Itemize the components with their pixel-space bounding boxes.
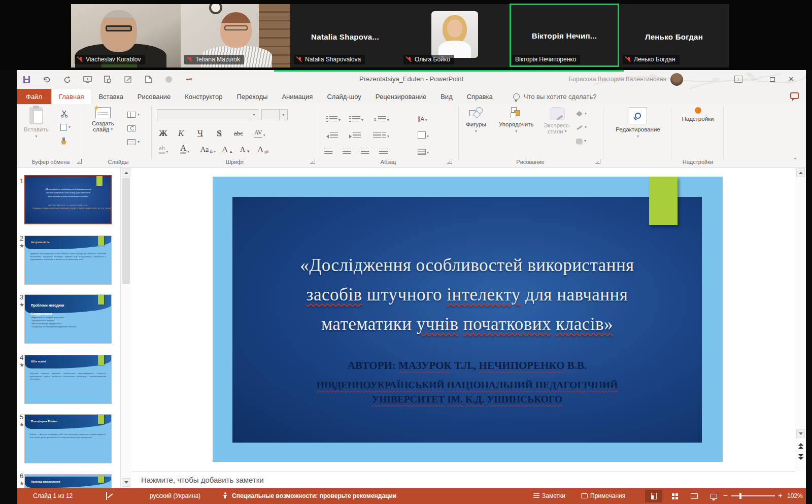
copy-button[interactable]: ▾ [60, 123, 71, 132]
minimize-icon[interactable]: — [749, 74, 760, 84]
zoom-level[interactable]: 102% [787, 492, 803, 499]
clipboard-dialog-launcher-icon[interactable] [77, 159, 82, 164]
text-shadow-button[interactable]: S [217, 125, 221, 138]
chevron-down-icon[interactable]: ▾ [250, 110, 258, 120]
new-slide-button[interactable]: Создать слайд ▾ [92, 107, 114, 132]
participant-tile-natalia[interactable]: Natalia Shapova... Natalia Shapovalova [290, 4, 400, 68]
shapes-button[interactable]: Фигуры ▾ [466, 107, 486, 133]
slide-authors[interactable]: АВТОРИ: МАЗУРОК Т.Л., НЕЧИПОРЕНКО В.В. П… [232, 359, 702, 407]
text-highlight-button[interactable]: ab ▾ [159, 142, 168, 154]
account-avatar[interactable] [670, 73, 683, 86]
paragraph-dialog-launcher-icon[interactable] [447, 159, 452, 164]
underline-button[interactable]: Ч [197, 125, 203, 138]
collapse-ribbon-icon[interactable]: ⌃ [793, 157, 798, 164]
scroll-up-icon[interactable] [122, 169, 130, 177]
font-dialog-launcher-icon[interactable] [310, 159, 315, 164]
slide-thumbnail-5[interactable]: Платформа Eduten Eduten — фінська платфо… [24, 414, 112, 463]
scroll-up-icon[interactable] [796, 169, 805, 177]
slide-thumbnail-1[interactable]: «Дослідження особливостей використання з… [24, 175, 112, 224]
sticky-note[interactable] [649, 177, 678, 225]
scroll-down-icon[interactable] [122, 478, 130, 487]
shape-effects-button[interactable]: ▾ [576, 137, 587, 146]
line-spacing-button[interactable]: ⇕▾ [373, 110, 389, 122]
tab-animations[interactable]: Анимация [275, 89, 320, 104]
tell-me-search[interactable]: Что вы хотите сделать? [513, 89, 597, 104]
font-name-combobox[interactable]: ▾ [157, 109, 258, 120]
decrease-font-size-button[interactable]: А▼ [240, 142, 250, 154]
arrange-button[interactable]: Упорядочить ▾ [499, 107, 533, 133]
zoom-slider-handle[interactable] [739, 493, 741, 499]
numbering-button[interactable]: ▾ [349, 110, 363, 122]
participant-tile-viacheslav[interactable]: Viacheslav Korablov [71, 4, 181, 68]
addins-button[interactable]: Надстройки [678, 107, 718, 122]
tab-insert[interactable]: Вставка [91, 89, 130, 104]
zoom-in-icon[interactable]: + [778, 491, 783, 499]
change-case-button[interactable]: Aaa ▾ [200, 142, 216, 154]
account-name[interactable]: Борисова Виктория Валентиновна [569, 76, 666, 83]
tab-view[interactable]: Вид [433, 89, 460, 104]
convert-smartart-button[interactable]: ▾ [418, 143, 429, 155]
main-scrollbar[interactable] [795, 167, 806, 471]
slide-thumbnail-2[interactable]: Актуальність Цифрова трансформація освіт… [24, 236, 112, 285]
slide-thumbnail-6[interactable]: Приклад використання [24, 474, 112, 488]
section-button[interactable]: ▾ [127, 138, 140, 147]
zoom-slider-track[interactable] [731, 495, 775, 496]
accessibility-status[interactable]: Специальные возможности: проверьте реком… [232, 492, 396, 499]
drawing-dialog-launcher-icon[interactable] [595, 159, 600, 164]
columns-button[interactable]: ▾ [373, 126, 389, 139]
comments-toggle[interactable]: Примечания [581, 492, 625, 499]
slide-title[interactable]: «Дослідження особливостей використання з… [232, 251, 702, 339]
tab-home[interactable]: Главная [51, 89, 91, 104]
participant-tile-olga[interactable]: Ольга Бойко [400, 4, 510, 68]
participant-tile-lenko[interactable]: Ленько Богдан Ленько Богдан [619, 4, 729, 68]
slide-layout-button[interactable]: ▾ [127, 110, 140, 119]
font-size-combobox[interactable]: ▾ [261, 109, 288, 120]
shape-fill-button[interactable]: ▾ [576, 109, 587, 118]
tab-file[interactable]: Файл [17, 89, 51, 104]
tab-draw[interactable]: Рисование [130, 89, 178, 104]
align-center-button[interactable] [343, 143, 351, 155]
shape-outline-button[interactable]: ▾ [576, 123, 587, 132]
tab-slideshow[interactable]: Слайд-шоу [320, 89, 368, 104]
scroll-down-icon[interactable] [796, 429, 805, 438]
notes-status-icon[interactable] [106, 492, 107, 499]
notes-pane[interactable]: Нажмите, чтобы добавить заметки [132, 471, 795, 488]
language-status[interactable]: русский (Украина) [150, 492, 200, 499]
cut-button[interactable] [60, 109, 71, 118]
quick-styles-button[interactable]: Экспресс- стили ▾ [544, 107, 571, 135]
decrease-indent-button[interactable] [326, 126, 338, 139]
notes-toggle[interactable]: Заметки [533, 492, 565, 499]
align-right-button[interactable] [361, 143, 369, 155]
justify-button[interactable] [379, 143, 388, 155]
align-text-button[interactable]: ▾ [418, 126, 429, 139]
tab-review[interactable]: Рецензирование [368, 89, 433, 104]
view-slideshow-button[interactable] [705, 490, 722, 502]
view-slide-sorter-button[interactable] [666, 490, 684, 502]
notes-placeholder[interactable]: Нажмите, чтобы добавить заметки [141, 476, 264, 484]
next-slide-icon[interactable] [797, 453, 805, 461]
ribbon-display-options-icon[interactable]: ↑ [734, 76, 742, 83]
increase-font-size-button[interactable]: А▲ [222, 142, 233, 154]
participant-tile-viktoriia-active-speaker[interactable]: Вікторія Нечип... Вікторія Нечипоренко [510, 4, 619, 67]
font-color-button[interactable]: А ▾ [180, 142, 189, 154]
clear-formatting-button[interactable]: А [257, 142, 269, 154]
editing-button[interactable]: Редактирование ▾ [615, 107, 661, 139]
format-painter-button[interactable] [60, 137, 71, 146]
italic-button[interactable]: К [178, 125, 184, 138]
view-reading-button[interactable] [686, 490, 703, 502]
thumbnail-scrollbar[interactable] [120, 167, 131, 488]
chevron-down-icon[interactable]: ▾ [279, 110, 287, 120]
slide-editing-area[interactable]: «Дослідження особливостей використання з… [132, 167, 795, 471]
view-normal-button[interactable] [645, 490, 662, 502]
reset-slide-button[interactable] [127, 124, 140, 133]
previous-slide-icon[interactable] [797, 442, 805, 450]
slide-canvas[interactable]: «Дослідження особливостей використання з… [213, 177, 723, 462]
scrollbar-thumb[interactable] [122, 178, 130, 284]
text-direction-button[interactable]: ∥A▾ [418, 110, 427, 122]
bold-button[interactable]: Ж [159, 125, 167, 138]
strikethrough-button[interactable]: abc [234, 125, 243, 138]
bullets-button[interactable]: ▾ [326, 110, 341, 122]
character-spacing-button[interactable]: AV ▾ [254, 125, 265, 138]
tab-transitions[interactable]: Переходы [229, 89, 275, 104]
slide-counter[interactable]: Слайд 1 из 12 [33, 492, 73, 499]
